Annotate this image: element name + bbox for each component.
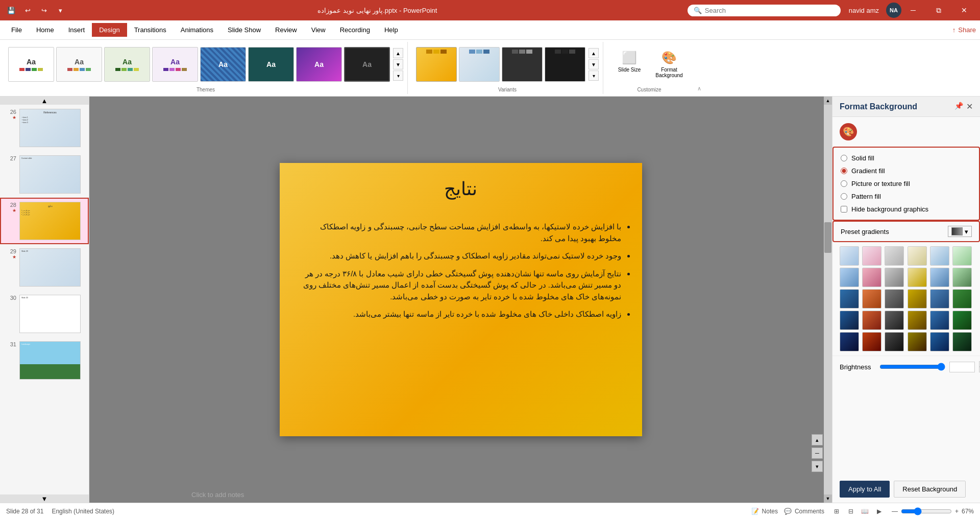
paint-bucket-icon[interactable]: 🎨 [840,123,857,140]
menu-home[interactable]: Home [29,23,61,37]
variant-scroll-down[interactable]: ▼ [589,59,599,69]
menu-file[interactable]: File [4,23,29,37]
apply-to-all-button[interactable]: Apply to All [840,481,890,498]
gradient-swatch-5[interactable] [930,246,949,266]
gradient-swatch-22[interactable] [908,311,927,330]
menu-recording[interactable]: Recording [333,23,377,37]
gradient-swatch-13[interactable] [840,289,859,309]
gradient-swatch-12[interactable] [952,268,972,287]
gradient-swatch-9[interactable] [885,268,904,287]
canvas-scrollbar[interactable]: ▲ ▼ [824,97,832,503]
pattern-fill-radio[interactable] [841,193,847,200]
zoom-out-icon[interactable]: — [892,508,898,515]
gradient-swatch-15[interactable] [885,289,904,309]
brightness-slider[interactable] [879,363,945,371]
format-background-button[interactable]: 🎨 Format Background [651,49,687,80]
notes-button[interactable]: 📝 Notes [751,508,778,515]
variant-2[interactable] [459,47,500,82]
slide-panel-scroll-up[interactable]: ▲ [0,97,89,105]
gradient-swatch-17[interactable] [930,289,949,309]
slide-thumb-31[interactable]: Landscape [19,341,81,380]
canvas-tool-3[interactable]: ▾ [812,461,823,472]
slide-thumb-30[interactable]: Slide 30 [19,295,81,333]
solid-fill-radio[interactable] [841,155,847,161]
solid-fill-option[interactable]: Solid fill [841,152,972,164]
hide-bg-graphics-checkbox[interactable] [841,206,847,213]
gradient-swatch-26[interactable] [862,332,881,351]
theme-2[interactable]: Aa [56,47,102,82]
canvas-tool-1[interactable]: ▴ [812,434,823,445]
menu-transitions[interactable]: Transitions [127,23,174,37]
minimize-button[interactable]: ─ [901,3,925,18]
gradient-swatch-16[interactable] [908,289,927,309]
variant-4[interactable] [545,47,585,82]
gradient-swatch-6[interactable] [952,246,972,266]
gradient-swatch-24[interactable] [952,311,972,330]
theme-8[interactable]: Aa [344,47,390,82]
gradient-swatch-3[interactable] [885,246,904,266]
theme-scroll-more[interactable]: ▾ [393,70,403,81]
theme-1[interactable]: Aa [8,47,54,82]
hide-bg-graphics-option[interactable]: Hide background graphics [841,203,972,216]
theme-7[interactable]: Aa [296,47,342,82]
share-button[interactable]: ↑ Share [952,26,976,34]
canvas-scroll-track[interactable] [824,105,832,494]
pattern-fill-option[interactable]: Pattern fill [841,190,972,203]
theme-scroll-up[interactable]: ▲ [393,48,403,58]
menu-slideshow[interactable]: Slide Show [220,23,268,37]
canvas-scroll-thumb[interactable] [824,222,831,253]
gradient-swatch-20[interactable] [862,311,881,330]
user-avatar[interactable]: NA [886,3,901,18]
gradient-swatch-27[interactable] [885,332,904,351]
redo-button[interactable]: ↪ [37,3,51,17]
variant-scroll-more[interactable]: ▾ [589,70,599,81]
search-box[interactable]: 🔍 [688,5,841,16]
menu-help[interactable]: Help [377,23,405,37]
gradient-swatch-11[interactable] [930,268,949,287]
gradient-swatch-7[interactable] [840,268,859,287]
slide-item-31[interactable]: 31 Landscape [0,337,89,384]
gradient-swatch-8[interactable] [862,268,881,287]
slide-thumb-29[interactable]: Slide 29 [19,248,81,287]
zoom-in-icon[interactable]: + [955,508,959,515]
menu-view[interactable]: View [304,23,333,37]
gradient-swatch-14[interactable] [862,289,881,309]
slide-size-button[interactable]: ⬜ Slide Size [611,49,647,80]
theme-5[interactable]: Aa [200,47,246,82]
gradient-swatch-19[interactable] [840,311,859,330]
slide-thumb-26[interactable]: References • item 1• item 2• item 3 [19,109,81,147]
preset-gradients-dropdown[interactable]: ▾ [948,226,972,237]
slide-item-26[interactable]: 26 ★ References • item 1• item 2• item 3 [0,105,89,151]
menu-design[interactable]: Design [92,23,127,37]
theme-3[interactable]: Aa [104,47,150,82]
slide-thumb-28[interactable]: نتایج • متن فارسی• متن فارسی• متن فارسی [19,202,81,240]
slide-item-29[interactable]: 29 ★ Slide 29 [0,244,89,291]
theme-6[interactable]: Aa [248,47,294,82]
format-panel-close-button[interactable]: ✕ [966,102,973,111]
normal-view-button[interactable]: ⊞ [830,505,843,517]
slide-sorter-button[interactable]: ⊟ [845,505,857,517]
theme-scroll-down[interactable]: ▼ [393,59,403,69]
slide-thumb-27[interactable]: Content slide [19,155,81,194]
comments-button[interactable]: 💬 Comments [784,508,824,515]
save-button[interactable]: 💾 [4,3,18,17]
theme-4[interactable]: Aa [152,47,198,82]
slide-item-27[interactable]: 27 Content slide [0,151,89,198]
slide-panel-scroll-down[interactable]: ▼ [0,494,89,503]
picture-fill-radio[interactable] [841,180,847,187]
slide-item-28[interactable]: 28 ★ نتایج • متن فارسی• متن فارسی• متن ف… [0,198,89,244]
canvas-area[interactable]: نتایج با افزایش خرده لاستیکها، به واسطه‌… [89,97,832,503]
brightness-value[interactable]: 100% [949,362,975,372]
slideshow-button[interactable]: ▶ [873,505,886,517]
picture-fill-option[interactable]: Picture or texture fill [841,177,972,190]
variant-1[interactable] [416,47,457,82]
slide-item-30[interactable]: 30 Slide 30 [0,291,89,337]
variant-scroll-up[interactable]: ▲ [589,48,599,58]
undo-button[interactable]: ↩ [20,3,35,17]
format-panel-pin-icon[interactable]: 📌 [954,102,963,111]
canvas-scroll-up[interactable]: ▲ [824,97,832,105]
gradient-swatch-23[interactable] [930,311,949,330]
slide-title[interactable]: نتایج [280,163,642,210]
gradient-swatch-30[interactable] [952,332,972,351]
canvas-tool-2[interactable]: ─ [812,447,823,459]
